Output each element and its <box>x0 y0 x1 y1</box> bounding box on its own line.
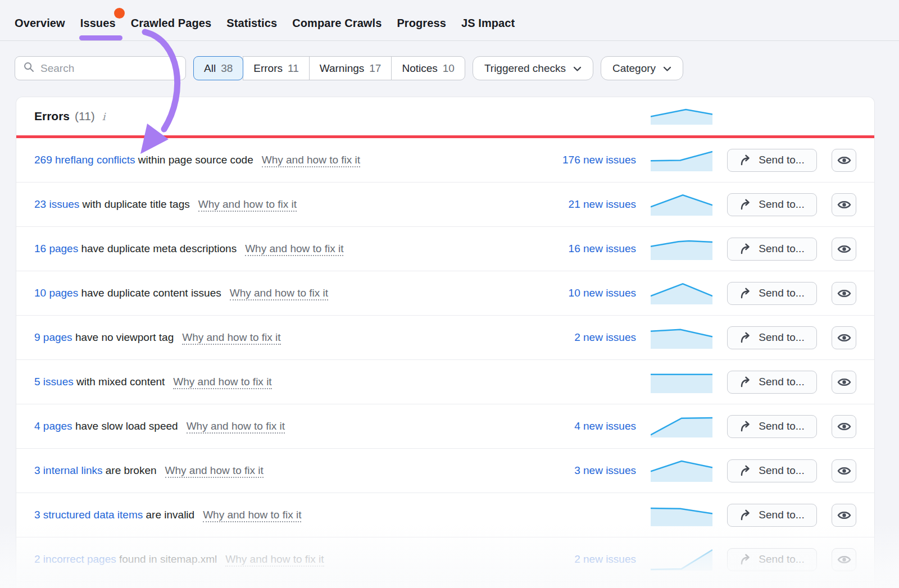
issue-description: 16 pages have duplicate meta description… <box>34 243 528 255</box>
send-to-button[interactable]: Send to... <box>727 459 817 482</box>
issue-description: 269 hreflang conflicts within page sourc… <box>34 154 528 166</box>
new-issues-link[interactable]: 176 new issues <box>562 154 636 166</box>
nav-tab-crawled-pages[interactable]: Crawled Pages <box>131 6 212 40</box>
issue-rest-text: within page source code <box>135 154 253 166</box>
issue-rest-text: have duplicate content issues <box>78 287 221 299</box>
why-how-to-fix-link[interactable]: Why and how to fix it <box>187 420 285 434</box>
nav-tab-overview[interactable]: Overview <box>15 6 65 40</box>
nav-tab-compare-crawls[interactable]: Compare Crawls <box>292 6 382 40</box>
share-arrow-icon <box>739 288 752 299</box>
search-box[interactable] <box>15 56 186 80</box>
view-issue-button[interactable] <box>832 548 856 571</box>
view-issue-button[interactable] <box>832 459 856 482</box>
issue-description: 4 pages have slow load speedWhy and how … <box>34 420 528 432</box>
issue-row: 16 pages have duplicate meta description… <box>16 227 874 271</box>
trend-sparkline <box>651 460 712 482</box>
issue-rest-text: with duplicate title tags <box>79 198 189 210</box>
eye-icon <box>837 510 851 521</box>
view-issue-button[interactable] <box>832 282 856 305</box>
filter-tab-warnings[interactable]: Warnings17 <box>309 56 392 80</box>
top-nav: OverviewIssuesCrawled PagesStatisticsCom… <box>0 0 899 41</box>
nav-tab-js-impact[interactable]: JS Impact <box>461 6 515 40</box>
send-to-button[interactable]: Send to... <box>727 326 817 349</box>
nav-tab-statistics[interactable]: Statistics <box>226 6 277 40</box>
send-to-label: Send to... <box>759 420 804 432</box>
new-issues-link[interactable]: 2 new issues <box>574 331 636 344</box>
trend-sparkline <box>651 504 712 526</box>
send-to-button[interactable]: Send to... <box>727 548 817 571</box>
search-icon <box>24 62 34 75</box>
view-issue-button[interactable] <box>832 193 856 216</box>
issue-rest-text: have duplicate meta descriptions <box>78 243 237 254</box>
trend-sparkline <box>651 238 712 260</box>
new-issues-link[interactable]: 2 new issues <box>574 553 636 566</box>
issue-row: 9 pages have no viewport tagWhy and how … <box>16 316 874 360</box>
filters-toolbar: All38Errors11Warnings17Notices10 Trigger… <box>15 56 884 80</box>
issue-count-link[interactable]: 23 issues <box>34 198 79 210</box>
why-how-to-fix-link[interactable]: Why and how to fix it <box>245 243 343 256</box>
filter-tab-notices[interactable]: Notices10 <box>391 56 465 80</box>
why-how-to-fix-link[interactable]: Why and how to fix it <box>203 509 301 522</box>
issue-count-link[interactable]: 3 internal links <box>34 464 102 476</box>
why-how-to-fix-link[interactable]: Why and how to fix it <box>262 154 360 167</box>
send-to-button[interactable]: Send to... <box>727 149 817 172</box>
why-how-to-fix-link[interactable]: Why and how to fix it <box>173 376 271 389</box>
issue-count-link[interactable]: 16 pages <box>34 243 78 254</box>
dropdown-label: Category <box>612 62 656 75</box>
eye-icon <box>837 199 851 210</box>
why-how-to-fix-link[interactable]: Why and how to fix it <box>198 198 297 212</box>
nav-tab-progress[interactable]: Progress <box>397 6 446 40</box>
filter-tab-label: All <box>204 62 216 75</box>
send-to-button[interactable]: Send to... <box>727 415 817 438</box>
send-to-label: Send to... <box>759 376 804 388</box>
nav-tab-issues[interactable]: Issues <box>80 6 116 40</box>
why-how-to-fix-link[interactable]: Why and how to fix it <box>182 331 280 345</box>
filter-tab-all[interactable]: All38 <box>193 56 243 80</box>
new-issues-link[interactable]: 4 new issues <box>574 420 636 432</box>
view-issue-button[interactable] <box>832 504 856 527</box>
filter-tab-count: 17 <box>369 62 381 75</box>
search-input[interactable] <box>40 62 177 75</box>
send-to-button[interactable]: Send to... <box>727 238 817 261</box>
send-to-button[interactable]: Send to... <box>727 371 817 394</box>
issue-count-link[interactable]: 269 hreflang conflicts <box>34 154 135 166</box>
view-issue-button[interactable] <box>832 149 856 172</box>
share-arrow-icon <box>739 509 752 521</box>
issue-count-link[interactable]: 9 pages <box>34 331 72 343</box>
view-issue-button[interactable] <box>832 326 856 349</box>
eye-icon <box>837 421 851 432</box>
send-to-button[interactable]: Send to... <box>727 504 817 527</box>
new-issues-link[interactable]: 16 new issues <box>569 243 636 255</box>
why-how-to-fix-link[interactable]: Why and how to fix it <box>165 464 264 478</box>
issue-count-link[interactable]: 4 pages <box>34 420 72 432</box>
new-issues-link[interactable]: 3 new issues <box>574 464 636 477</box>
new-issues-link[interactable]: 10 new issues <box>569 287 636 299</box>
issue-count-link[interactable]: 3 structured data items <box>34 509 143 521</box>
issue-count-link[interactable]: 2 incorrect pages <box>34 553 116 565</box>
share-arrow-icon <box>739 332 752 344</box>
nav-tab-label: Overview <box>15 17 65 30</box>
view-issue-button[interactable] <box>832 415 856 438</box>
send-to-button[interactable]: Send to... <box>727 193 817 216</box>
category-dropdown[interactable]: Category <box>601 56 683 80</box>
info-icon[interactable]: i <box>100 111 106 122</box>
section-title: Errors <box>34 110 70 123</box>
issue-row: 4 pages have slow load speedWhy and how … <box>16 404 874 449</box>
issue-count-link[interactable]: 5 issues <box>34 376 74 388</box>
filter-tab-label: Errors <box>253 62 283 75</box>
dropdown-label: Triggered checks <box>484 62 566 75</box>
why-how-to-fix-link[interactable]: Why and how to fix it <box>225 553 324 567</box>
view-issue-button[interactable] <box>832 238 856 261</box>
send-to-button[interactable]: Send to... <box>727 282 817 305</box>
issue-row: 5 issues with mixed contentWhy and how t… <box>16 360 874 404</box>
errors-section-header: Errors (11) i <box>16 97 874 135</box>
trend-sparkline <box>651 149 712 171</box>
issue-description: 3 structured data items are invalidWhy a… <box>34 509 528 521</box>
triggered-checks-dropdown[interactable]: Triggered checks <box>473 56 593 80</box>
share-arrow-icon <box>739 199 752 211</box>
issue-count-link[interactable]: 10 pages <box>34 287 78 299</box>
why-how-to-fix-link[interactable]: Why and how to fix it <box>230 287 328 300</box>
view-issue-button[interactable] <box>832 371 856 394</box>
new-issues-link[interactable]: 21 new issues <box>569 198 636 211</box>
filter-tab-errors[interactable]: Errors11 <box>243 56 309 80</box>
